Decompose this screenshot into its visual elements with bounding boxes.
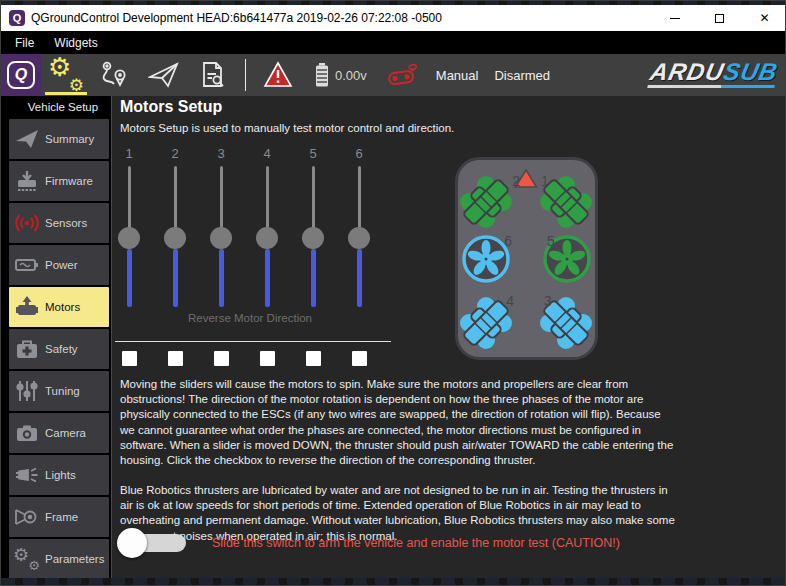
motor-slider-track [174,166,177,228]
ardusub-logo: ARDUSUB [647,60,780,90]
lights-icon [9,465,45,485]
vehicle-setup-tab[interactable]: ⚙⚙ [41,54,91,96]
sidebar-item-motors[interactable]: Motors [9,287,109,327]
maximize-button[interactable] [697,5,742,31]
power-battery-icon [9,255,45,275]
sidebar-item-lights[interactable]: Lights [9,455,109,495]
camera-icon [9,423,45,443]
motor-slider-track [220,166,223,228]
sidebar-item-sensors[interactable]: Sensors [9,203,109,243]
minimize-button[interactable] [652,5,697,31]
window-controls: ✕ [652,5,786,31]
battery-voltage: 0.00v [335,68,367,83]
page-title: Motors Setup [120,98,222,116]
motor-slider-handle-4[interactable] [256,227,278,249]
messages-indicator[interactable] [254,54,302,96]
instructions-paragraph: Moving the sliders will cause the motors… [120,377,677,468]
reverse-motor-direction-label: Reverse Motor Direction [112,312,388,324]
arm-switch-row: Slide this switch to arm the vehicle and… [120,533,620,553]
frame-icon [9,506,45,528]
diagram-motor-1-label: 1 [541,173,549,189]
reverse-checkbox-4[interactable] [260,351,275,366]
motor-slider-label-1: 1 [114,146,144,161]
qgroundcontrol-window: Q QGroundControl Development HEAD:6b6414… [0,0,786,586]
window-title: QGroundControl Development HEAD:6b641477… [31,11,442,25]
diagram-motor-5-label: 5 [547,233,555,249]
minimize-icon [670,18,680,19]
log-analyze-icon [198,60,228,90]
motor-slider-label-4: 4 [252,146,282,161]
analyze-tab[interactable] [189,54,237,96]
sidebar-item-safety[interactable]: Safety [9,329,109,369]
sidebar-item-power[interactable]: Power [9,245,109,285]
diagram-motor-2-label: 2 [512,173,520,189]
battery-indicator[interactable]: 0.00v [302,54,376,96]
sidebar-item-tuning[interactable]: Tuning [9,371,109,411]
paper-plane-icon [148,60,180,90]
paper-plane-icon [9,128,45,150]
motors-setup-panel: Motors Setup Motors Setup is used to man… [111,96,786,580]
motor-slider-track [312,166,315,228]
screen-edge-artifact-bottom [1,578,786,585]
motor-slider-label-6: 6 [344,146,374,161]
page-subtitle: Motors Setup is used to manually test mo… [120,122,454,134]
menu-file[interactable]: File [7,33,42,53]
motor-slider-fill [265,249,270,307]
sidebar-item-parameters[interactable]: ⚙⚙ Parameters [9,539,109,579]
menubar: File Widgets [1,31,786,54]
joystick-indicator[interactable] [376,54,428,96]
vehicle-frame-diagram: 2 1 6 5 4 3 [454,156,599,361]
motor-slider-handle-1[interactable] [118,227,140,249]
flight-mode-indicator[interactable]: Manual [428,68,487,83]
sidebar-item-summary[interactable]: Summary [9,119,109,159]
first-aid-kit-icon [9,338,45,360]
motor-slider-handle-5[interactable] [302,227,324,249]
motor-slider-track [266,166,269,228]
reverse-checkbox-6[interactable] [352,351,367,366]
menu-widgets[interactable]: Widgets [46,33,105,53]
fly-tab[interactable] [139,54,189,96]
toolbar: Q ⚙⚙ [1,54,786,96]
setup-gears-icon: ⚙⚙ [50,60,82,90]
motor-slider-label-5: 5 [298,146,328,161]
qgc-logo-icon: Q [7,61,35,89]
sidebar-item-firmware[interactable]: Firmware [9,161,109,201]
warning-triangle-icon [263,61,293,89]
motor-slider-handle-6[interactable] [348,227,370,249]
ardusub-logo-underline [647,85,775,88]
thruster-6-vertical-ccw [464,237,508,281]
plan-tab[interactable] [91,54,139,96]
motor-slider-handle-2[interactable] [164,227,186,249]
reverse-checkbox-2[interactable] [168,351,183,366]
reverse-checkbox-3[interactable] [214,351,229,366]
reverse-checkbox-5[interactable] [306,351,321,366]
sidebar-item-frame[interactable]: Frame [9,497,109,537]
motor-slider-fill [357,249,362,307]
motor-slider-track [128,166,131,228]
close-button[interactable]: ✕ [742,5,786,31]
arm-toggle-switch[interactable] [120,533,186,553]
joystick-icon [385,61,419,89]
battery-icon [311,61,333,89]
parameters-gears-icon: ⚙⚙ [9,549,45,569]
toolbar-separator [245,59,246,91]
sidebar-header: Vehicle Setup [1,96,111,117]
motor-slider-track [358,166,361,228]
motor-slider-fill [311,249,316,307]
plan-waypoints-icon [100,60,130,90]
app-body: Vehicle Setup Summary Firmware [1,96,786,580]
motor-thruster-icon [9,295,45,319]
qgc-home-button[interactable]: Q [1,54,41,96]
motor-slider-fill [219,249,224,307]
tuning-sliders-icon [9,379,45,403]
diagram-motor-6-label: 6 [504,233,512,249]
sidebar-item-camera[interactable]: Camera [9,413,109,453]
motor-slider-handle-3[interactable] [210,227,232,249]
diagram-motor-4-label: 4 [506,293,514,309]
arm-state-indicator[interactable]: Disarmed [486,68,558,83]
reverse-section-divider [115,341,391,342]
maximize-icon [715,14,724,23]
arm-toggle-knob[interactable] [117,528,147,558]
qgc-app-icon: Q [9,10,25,26]
reverse-checkbox-1[interactable] [122,351,137,366]
